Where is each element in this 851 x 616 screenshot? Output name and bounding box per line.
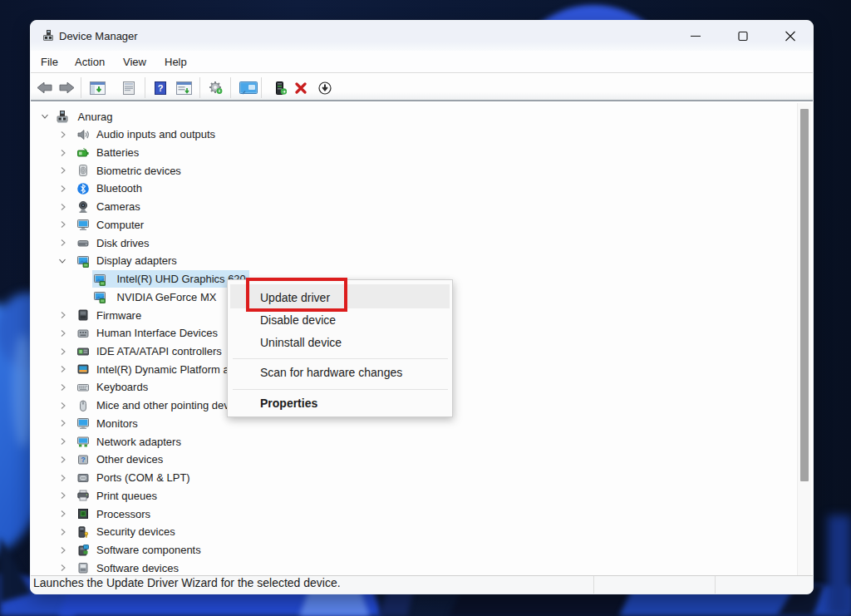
svg-text:?: ? [158, 83, 164, 93]
